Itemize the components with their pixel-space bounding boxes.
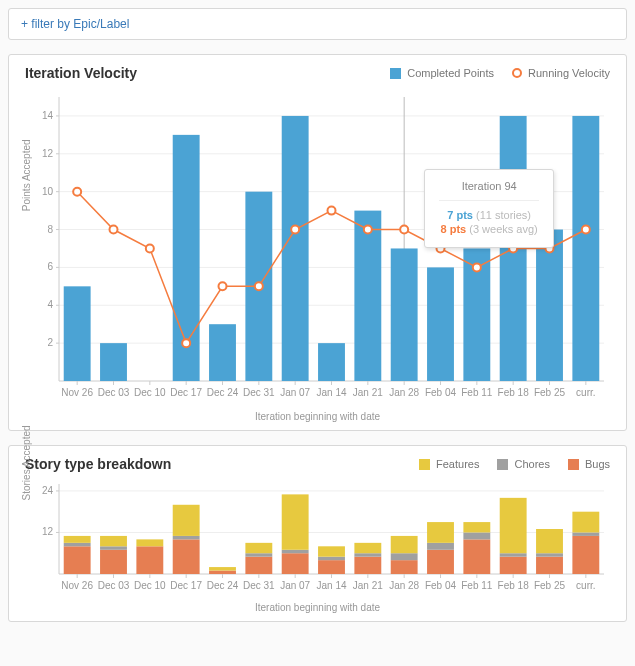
velocity-bar[interactable] — [209, 324, 236, 381]
breakdown-bar-segment[interactable] — [318, 557, 345, 560]
breakdown-bar-segment[interactable] — [245, 553, 272, 556]
breakdown-bar-segment[interactable] — [463, 532, 490, 539]
breakdown-bar-segment[interactable] — [209, 571, 236, 574]
breakdown-bar-segment[interactable] — [536, 557, 563, 574]
breakdown-bar-segment[interactable] — [173, 536, 200, 539]
velocity-point[interactable] — [146, 244, 154, 252]
svg-text:Dec 17: Dec 17 — [170, 580, 202, 591]
breakdown-bar-segment[interactable] — [572, 532, 599, 535]
velocity-point[interactable] — [110, 226, 118, 234]
breakdown-bar-segment[interactable] — [64, 546, 91, 574]
breakdown-bar-segment[interactable] — [500, 557, 527, 574]
square-icon — [497, 459, 508, 470]
breakdown-bar-segment[interactable] — [500, 553, 527, 556]
breakdown-bar-segment[interactable] — [391, 560, 418, 574]
breakdown-bar-segment[interactable] — [282, 553, 309, 574]
breakdown-bar-segment[interactable] — [572, 536, 599, 574]
breakdown-bar-segment[interactable] — [391, 536, 418, 553]
breakdown-bar-segment[interactable] — [282, 494, 309, 549]
velocity-point[interactable] — [364, 226, 372, 234]
velocity-bar[interactable] — [572, 116, 599, 381]
breakdown-header: Story type breakdown Features Chores Bug… — [25, 456, 610, 472]
svg-text:Dec 31: Dec 31 — [243, 580, 275, 591]
velocity-point[interactable] — [73, 188, 81, 196]
breakdown-bar-segment[interactable] — [282, 550, 309, 553]
breakdown-bar-segment[interactable] — [173, 539, 200, 574]
velocity-bar[interactable] — [100, 343, 127, 381]
velocity-plot[interactable]: 2468101214Nov 26Dec 03Dec 10Dec 17Dec 24… — [25, 87, 610, 407]
velocity-point[interactable] — [219, 282, 227, 290]
breakdown-bar-segment[interactable] — [500, 498, 527, 553]
breakdown-bar-segment[interactable] — [427, 543, 454, 550]
breakdown-bar-segment[interactable] — [245, 557, 272, 574]
svg-text:Feb 04: Feb 04 — [425, 580, 457, 591]
breakdown-bar-segment[interactable] — [391, 553, 418, 560]
breakdown-plot[interactable]: Stories Accepted 1224Nov 26Dec 03Dec 10D… — [25, 478, 610, 598]
breakdown-bar-segment[interactable] — [536, 529, 563, 553]
velocity-bar[interactable] — [318, 343, 345, 381]
breakdown-bar-segment[interactable] — [318, 560, 345, 574]
velocity-point[interactable] — [400, 226, 408, 234]
svg-text:Feb 04: Feb 04 — [425, 387, 457, 398]
breakdown-bar-segment[interactable] — [572, 512, 599, 533]
breakdown-bar-segment[interactable] — [136, 546, 163, 574]
breakdown-bar-segment[interactable] — [245, 543, 272, 553]
svg-text:Dec 10: Dec 10 — [134, 387, 166, 398]
velocity-bar[interactable] — [282, 116, 309, 381]
breakdown-bar-segment[interactable] — [427, 522, 454, 543]
tooltip-avg-line: 8 pts (3 weeks avg) — [439, 223, 539, 235]
velocity-bar[interactable] — [354, 211, 381, 381]
velocity-point[interactable] — [182, 339, 190, 347]
tooltip-title: Iteration 94 — [439, 180, 539, 192]
breakdown-bar-segment[interactable] — [64, 543, 91, 546]
velocity-point[interactable] — [582, 226, 590, 234]
breakdown-bar-segment[interactable] — [354, 557, 381, 574]
filter-by-epic-label-link[interactable]: + filter by Epic/Label — [21, 17, 129, 31]
breakdown-bar-segment[interactable] — [463, 539, 490, 574]
svg-text:Feb 25: Feb 25 — [534, 580, 566, 591]
svg-text:Feb 18: Feb 18 — [498, 387, 530, 398]
velocity-point[interactable] — [291, 226, 299, 234]
breakdown-x-axis-title: Iteration beginning with date — [25, 602, 610, 613]
breakdown-bar-segment[interactable] — [536, 553, 563, 556]
breakdown-bar-segment[interactable] — [354, 553, 381, 556]
square-icon — [390, 68, 401, 79]
svg-text:Jan 07: Jan 07 — [280, 580, 310, 591]
breakdown-bar-segment[interactable] — [209, 567, 236, 570]
velocity-bar[interactable] — [391, 248, 418, 381]
breakdown-bar-segment[interactable] — [318, 546, 345, 556]
velocity-bar[interactable] — [64, 286, 91, 381]
legend-label: Completed Points — [407, 67, 494, 79]
svg-text:4: 4 — [47, 299, 53, 310]
breakdown-bar-segment[interactable] — [427, 550, 454, 574]
velocity-legend: Completed Points Running Velocity — [390, 67, 610, 79]
velocity-point[interactable] — [473, 263, 481, 271]
story-breakdown-panel: Story type breakdown Features Chores Bug… — [8, 445, 627, 622]
breakdown-bar-segment[interactable] — [64, 536, 91, 543]
tooltip-points-note: (11 stories) — [476, 209, 531, 221]
square-icon — [419, 459, 430, 470]
svg-text:8: 8 — [47, 224, 53, 235]
svg-text:curr.: curr. — [576, 387, 595, 398]
velocity-point[interactable] — [328, 207, 336, 215]
velocity-point[interactable] — [255, 282, 263, 290]
breakdown-bar-segment[interactable] — [136, 539, 163, 546]
breakdown-bar-segment[interactable] — [100, 536, 127, 546]
velocity-bar[interactable] — [427, 267, 454, 381]
svg-text:2: 2 — [47, 337, 53, 348]
svg-text:12: 12 — [42, 526, 54, 537]
svg-text:14: 14 — [42, 110, 54, 121]
breakdown-y-axis-title: Stories Accepted — [21, 425, 32, 500]
breakdown-bar-segment[interactable] — [100, 546, 127, 549]
breakdown-bar-segment[interactable] — [354, 543, 381, 553]
svg-text:Jan 14: Jan 14 — [316, 387, 346, 398]
iteration-velocity-panel: Iteration Velocity Completed Points Runn… — [8, 54, 627, 431]
breakdown-bar-segment[interactable] — [463, 522, 490, 532]
svg-text:6: 6 — [47, 261, 53, 272]
velocity-header: Iteration Velocity Completed Points Runn… — [25, 65, 610, 81]
breakdown-bar-segment[interactable] — [173, 505, 200, 536]
breakdown-bar-segment[interactable] — [100, 550, 127, 574]
svg-text:24: 24 — [42, 485, 54, 496]
svg-text:Jan 07: Jan 07 — [280, 387, 310, 398]
svg-text:Feb 25: Feb 25 — [534, 387, 566, 398]
